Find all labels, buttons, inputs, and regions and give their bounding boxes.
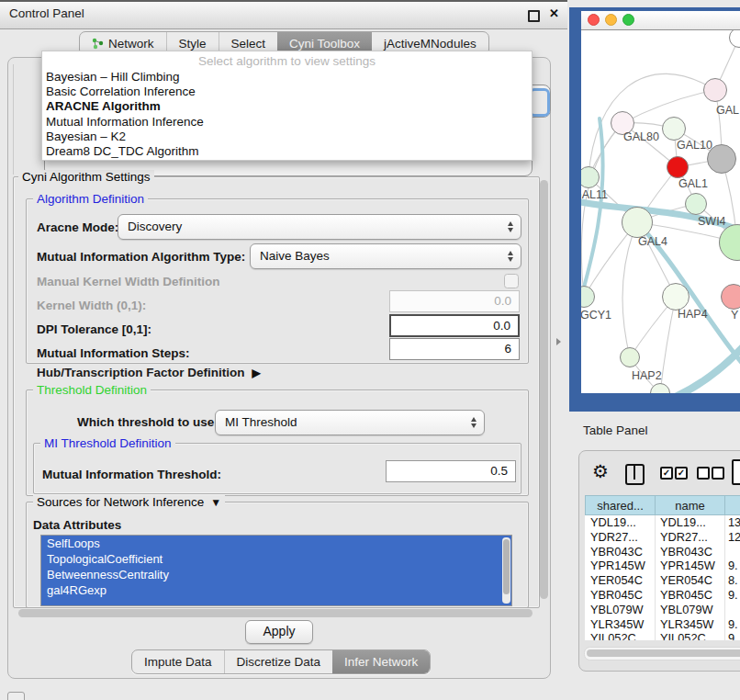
deselect-all-icon[interactable] [697, 467, 710, 480]
network-node[interactable] [622, 207, 653, 238]
apply-button[interactable]: Apply [245, 620, 313, 644]
table-settings-gear-icon[interactable]: ⚙ [592, 462, 609, 480]
network-canvas[interactable]: GALGAL80GAL10GAL1GAL11SWI4GAL4HAP4YGCY1H… [581, 30, 740, 393]
network-node[interactable] [703, 78, 727, 102]
column-header-name[interactable]: name [655, 495, 724, 515]
table-cell: 9. [724, 559, 740, 573]
table-scroll-thumb[interactable] [587, 649, 740, 657]
table-body: YDL19...YDL19...13YDR27...YDR27...12YBR0… [585, 515, 740, 640]
network-node-label: GCY1 [581, 309, 611, 322]
attribute-item[interactable]: BetweennessCentrality [41, 567, 511, 582]
algorithm-option[interactable]: Dream8 DC_TDC Algorithm [42, 144, 532, 159]
algorithm-option[interactable]: Mutual Information Inference [42, 115, 532, 130]
table-cell: YLR345W [585, 617, 655, 632]
select-all-check-icon[interactable]: ✓ [660, 467, 673, 480]
table-cell: YBL079W [655, 603, 724, 617]
table-cell: YIL052C [585, 631, 655, 640]
sources-group-title[interactable]: Sources for Network Inference ▼ [33, 495, 225, 509]
export-table-icon[interactable] [732, 459, 740, 485]
table-row[interactable]: YPR145WYPR145W9. [585, 559, 740, 573]
close-window-icon[interactable] [588, 14, 600, 26]
aracne-mode-select[interactable]: Discovery [118, 214, 521, 240]
attribute-item[interactable]: TopologicalCoefficient [41, 551, 511, 567]
attribute-item[interactable]: SelfLoops [41, 536, 511, 551]
tab-infer-network[interactable]: Infer Network [332, 650, 430, 673]
table-cell: YLR345W [655, 617, 724, 632]
attribute-list-scroll-thumb[interactable] [503, 539, 510, 594]
tab-impute-data[interactable]: Impute Data [132, 650, 224, 673]
which-threshold-select[interactable]: MI Threshold [215, 410, 485, 435]
table-row[interactable]: YDR27...YDR27...12 [585, 530, 740, 545]
column-layout-icon[interactable] [625, 464, 645, 485]
column-header-shared-name[interactable]: shared... [585, 495, 655, 515]
table-row[interactable]: YDL19...YDL19...13 [585, 515, 740, 530]
aracne-mode-label: Aracne Mode: [37, 220, 118, 234]
control-panel: Control Panel ✕ Network Style Select [0, 0, 567, 700]
table-row[interactable]: YLR345WYLR345W9. [585, 617, 740, 632]
algorithm-option[interactable]: ARACNE Algorithm [42, 99, 532, 114]
table-cell: YDL19... [585, 515, 655, 530]
table-row[interactable]: YBL079WYBL079W [585, 603, 740, 617]
manual-kernel-checkbox[interactable] [504, 274, 519, 288]
column-header-partial[interactable] [724, 495, 740, 515]
table-row[interactable]: YBR045CYBR045C9. [585, 588, 740, 603]
spinner-arrows-icon [508, 251, 513, 262]
mi-threshold-field[interactable]: 0.5 [386, 460, 516, 482]
network-node-label: GAL10 [677, 139, 712, 152]
table-cell: 9. [724, 631, 740, 640]
hidden-groupbox-edge [13, 64, 14, 175]
close-panel-icon[interactable]: ✕ [549, 6, 559, 20]
network-icon [92, 38, 104, 50]
deselect-all-icon[interactable] [712, 467, 724, 480]
table-row[interactable]: YER054CYER054C8. [585, 573, 740, 588]
network-node[interactable] [620, 347, 640, 367]
algorithm-option[interactable]: Bayesian – K2 [42, 130, 532, 144]
network-node[interactable] [707, 144, 736, 174]
expand-right-icon: ▶ [252, 367, 261, 379]
network-node[interactable] [667, 156, 689, 178]
zoom-window-icon[interactable] [622, 14, 634, 26]
collapse-down-icon: ▼ [210, 496, 221, 509]
minimize-window-icon[interactable] [605, 14, 617, 26]
network-node-label: GAL [716, 104, 739, 117]
table-cell: 13 [724, 515, 740, 530]
algorithm-option[interactable]: Bayesian – Hill Climbing [42, 70, 532, 85]
collapsed-panel-button[interactable] [7, 692, 25, 700]
table-row[interactable]: YIL052CYIL052C9. [585, 631, 740, 640]
table-cell: YDR27... [585, 530, 655, 545]
mi-threshold-label: Mutual Information Threshold: [42, 468, 221, 481]
network-node[interactable] [721, 284, 740, 310]
app-root: Control Panel ✕ Network Style Select [0, 0, 740, 700]
panel-divider-handle[interactable] [556, 338, 561, 345]
attribute-listbox: SelfLoopsTopologicalCoefficientBetweenne… [40, 535, 512, 606]
float-panel-icon[interactable] [528, 10, 540, 22]
algorithm-dropdown: Select algorithm to view settings Bayesi… [41, 51, 533, 161]
table-panel-title: Table Panel [583, 423, 648, 437]
mi-algorithm-type-select[interactable]: Naive Bayes [250, 243, 521, 269]
network-node[interactable] [685, 193, 707, 215]
algorithm-option[interactable]: Basic Correlation Inference [42, 85, 532, 99]
attribute-list-scrollbar[interactable] [502, 537, 510, 604]
select-all-check-icon[interactable]: ✓ [675, 467, 688, 480]
table-row[interactable]: YBR043CYBR043C [585, 545, 740, 559]
tab-discretize-data[interactable]: Discretize Data [224, 650, 333, 673]
network-node-label: GAL4 [638, 235, 667, 248]
attribute-item-partial[interactable] [41, 598, 511, 606]
kernel-width-field[interactable]: 0.0 [389, 290, 520, 312]
table-panel: ⚙ ✓ ✓ shared... name YDL19...YDL19...13Y… [578, 450, 740, 672]
dpi-tolerance-field[interactable]: 0.0 [389, 314, 520, 337]
network-node-label: GAL11 [581, 188, 608, 201]
table-cell: YPR145W [655, 559, 724, 573]
settings-horizontal-scrollbar[interactable] [18, 609, 533, 617]
mi-steps-field[interactable]: 6 [389, 338, 520, 360]
network-node[interactable] [662, 283, 690, 310]
attribute-item[interactable]: gal4RGexp [41, 582, 511, 598]
network-window-titlebar[interactable] [581, 11, 740, 30]
settings-vertical-scrollbar[interactable] [540, 180, 548, 599]
table-cell: 12 [724, 530, 740, 545]
network-node[interactable] [662, 117, 686, 141]
table-cell: 8. [724, 573, 740, 588]
table-horizontal-scrollbar[interactable] [584, 647, 740, 660]
hub-definition-expander[interactable]: Hub/Transcription Factor Definition ▶ [37, 366, 261, 379]
table-cell: YER054C [585, 573, 655, 588]
